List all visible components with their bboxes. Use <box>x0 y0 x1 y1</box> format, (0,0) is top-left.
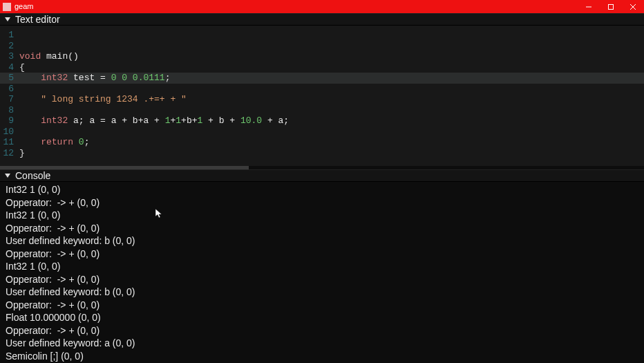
editor-line[interactable]: 11 return 0; <box>0 137 644 148</box>
token: 0 0 0.0111 <box>111 73 165 83</box>
line-number: 11 <box>0 137 19 147</box>
editor-line[interactable]: 9 int32 a; a = a + b+a + 1+1+b+1 + b + 1… <box>0 115 644 127</box>
scrollbar-thumb[interactable] <box>0 166 249 169</box>
token: + b + <box>202 115 240 126</box>
console-line: Int32 1 (0, 0) <box>6 260 638 273</box>
token: ; <box>84 137 90 147</box>
token <box>19 73 41 83</box>
console-line: Float 10.000000 (0, 0) <box>6 311 638 324</box>
line-code[interactable]: int32 test = 0 0 0.0111; <box>19 73 170 83</box>
line-code[interactable]: { <box>19 62 25 73</box>
token <box>19 137 41 147</box>
console-line: Opperator: -> + (0, 0) <box>6 273 638 286</box>
svg-marker-5 <box>5 174 10 178</box>
svg-marker-4 <box>5 17 10 21</box>
console-line: Opperator: -> + (0, 0) <box>6 196 638 210</box>
editor-line[interactable]: 12} <box>0 148 644 159</box>
console-line: Opperator: -> + (0, 0) <box>6 248 638 261</box>
editor-line[interactable]: 5 int32 test = 0 0 0.0111; <box>0 73 644 84</box>
line-number: 7 <box>0 94 19 104</box>
console-line: Opperator: -> + (0, 0) <box>6 324 638 337</box>
line-code[interactable]: return 0; <box>19 137 89 147</box>
token: ; <box>165 73 171 83</box>
console-line: Int32 1 (0, 0) <box>6 183 638 196</box>
editor-panel-title: Text editor <box>15 14 60 25</box>
console-line: Semicolin [;] (0, 0) <box>6 350 638 363</box>
editor-line[interactable]: 8 <box>0 105 644 116</box>
maximize-button[interactable] <box>600 0 622 13</box>
line-number: 8 <box>0 105 19 115</box>
editor-line[interactable]: 2 <box>0 41 644 52</box>
line-number: 6 <box>0 84 19 94</box>
line-number: 12 <box>0 148 19 158</box>
token: } <box>19 148 25 158</box>
console-line: User defined keyword: a (0, 0) <box>6 337 638 350</box>
editor-line[interactable]: 7 " long string 1234 .+=+ + " <box>0 94 644 105</box>
window-title: geam <box>15 0 34 13</box>
token: void <box>19 51 46 62</box>
editor-line[interactable]: 1 <box>0 30 644 41</box>
console-line: Int32 1 (0, 0) <box>6 209 638 222</box>
editor-line[interactable]: 3void main() <box>0 51 644 62</box>
line-number: 9 <box>0 115 19 126</box>
console-panel-header[interactable]: Console <box>0 169 644 182</box>
editor-line[interactable]: 6 <box>0 84 644 95</box>
minimize-button[interactable] <box>578 0 600 13</box>
line-number: 1 <box>0 30 19 40</box>
line-number: 5 <box>0 73 19 83</box>
line-number: 2 <box>0 41 19 51</box>
token: " long string 1234 .+=+ + " <box>41 94 187 104</box>
line-code[interactable]: int32 a; a = a + b+a + 1+1+b+1 + b + 10.… <box>19 115 289 126</box>
console-line: Opperator: -> + (0, 0) <box>6 299 638 312</box>
token: + a; <box>262 115 289 126</box>
token: return <box>41 137 79 147</box>
line-number: 3 <box>0 51 19 62</box>
line-code[interactable]: void main() <box>19 51 79 62</box>
console-line: User defined keyword: b (0, 0) <box>6 286 638 299</box>
collapse-triangle-icon[interactable] <box>4 16 11 23</box>
console-output[interactable]: Int32 1 (0, 0)Opperator: -> + (0, 0)Int3… <box>0 182 644 362</box>
collapse-triangle-icon[interactable] <box>4 172 11 179</box>
token <box>19 94 41 104</box>
titlebar[interactable]: geam <box>0 0 644 13</box>
text-editor[interactable]: 123void main()4{5 int32 test = 0 0 0.011… <box>0 26 644 169</box>
token <box>19 115 41 126</box>
editor-lines[interactable]: 123void main()4{5 int32 test = 0 0 0.011… <box>0 26 644 158</box>
token: int32 <box>41 73 73 83</box>
console-panel-title: Console <box>15 170 50 181</box>
line-number: 10 <box>0 127 19 137</box>
line-number: 4 <box>0 62 19 73</box>
token: 1 <box>176 115 181 126</box>
token: +b+ <box>181 115 197 126</box>
editor-panel-header[interactable]: Text editor <box>0 13 644 26</box>
console-line: Opperator: -> + (0, 0) <box>6 222 638 235</box>
editor-line[interactable]: 4{ <box>0 62 644 73</box>
token: a; a = a + b+a + <box>73 115 165 126</box>
editor-line[interactable]: 10 <box>0 127 644 138</box>
svg-rect-1 <box>609 4 614 9</box>
token: 0 <box>79 137 84 147</box>
token: int32 <box>41 115 73 126</box>
close-button[interactable] <box>622 0 644 13</box>
token: main() <box>46 51 79 62</box>
token: { <box>19 62 25 73</box>
token: 10.0 <box>240 115 262 126</box>
token: test = <box>73 73 111 83</box>
console-line: User defined keyword: b (0, 0) <box>6 234 638 248</box>
line-code[interactable]: " long string 1234 .+=+ + " <box>19 94 187 104</box>
app-icon <box>3 3 11 11</box>
editor-horizontal-scrollbar[interactable] <box>0 166 644 169</box>
line-code[interactable]: } <box>19 148 25 158</box>
